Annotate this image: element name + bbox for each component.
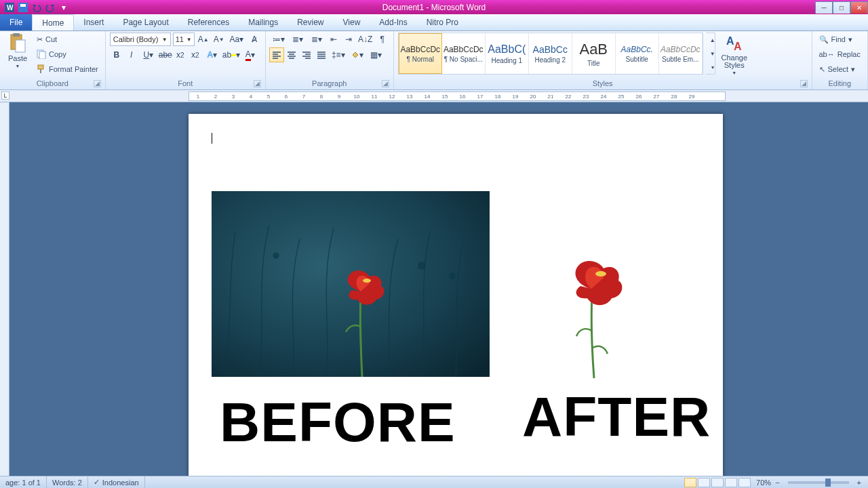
align-left-button[interactable] (270, 48, 283, 62)
view-draft[interactable] (738, 478, 751, 487)
close-button[interactable]: ✕ (850, 1, 868, 14)
zoom-out-button[interactable]: − (772, 479, 782, 487)
bullets-icon: ≔ (273, 35, 281, 44)
tab-selector[interactable]: L (1, 92, 9, 100)
tab-page-layout[interactable]: Page Layout (113, 14, 178, 30)
status-page[interactable]: age: 1 of 1 (0, 476, 47, 488)
align-right-button[interactable] (300, 48, 313, 62)
proofing-icon: ✓ (94, 478, 100, 487)
copy-button[interactable]: Copy (34, 47, 101, 61)
paragraph-dialog-launcher[interactable]: ◢ (382, 80, 389, 87)
font-name-combo[interactable]: Calibri (Body)▼ (110, 33, 171, 46)
tab-references[interactable]: References (178, 14, 239, 30)
style-heading-1[interactable]: AaBbC(Heading 1 (486, 33, 529, 74)
save-icon[interactable] (18, 2, 28, 13)
tab-file[interactable]: File (0, 14, 32, 30)
show-marks-button[interactable]: ¶ (376, 33, 389, 46)
before-image[interactable] (212, 191, 490, 377)
tab-nitro[interactable]: Nitro Pro (417, 14, 468, 30)
qat-more-icon[interactable]: ▾ (58, 2, 69, 13)
styles-dialog-launcher[interactable]: ◢ (800, 80, 808, 87)
style-subtitle[interactable]: AaBbCc.Subtitle (616, 33, 659, 74)
justify-button[interactable] (315, 48, 328, 62)
style-subtle-em-[interactable]: AaBbCcDcSubtle Em... (659, 33, 703, 74)
styles-scroll-up[interactable]: ▲ (706, 33, 719, 47)
maximize-button[interactable]: □ (833, 1, 850, 14)
vertical-ruler[interactable] (0, 102, 9, 476)
view-print-layout[interactable] (684, 478, 696, 487)
font-color-button[interactable]: A▾ (241, 48, 259, 62)
zoom-slider-thumb[interactable] (825, 479, 831, 487)
before-label: BEFORE (220, 390, 456, 454)
change-styles-button[interactable]: AA Change Styles ▼ (718, 33, 751, 75)
paste-button[interactable]: Paste ▼ (4, 33, 31, 68)
superscript-button[interactable]: x2 (189, 48, 202, 62)
status-words[interactable]: Words: 2 (47, 476, 88, 488)
cut-button[interactable]: ✂Cut (34, 33, 101, 46)
style-label: Title (587, 60, 600, 67)
tab-view[interactable]: View (334, 14, 370, 30)
document-page[interactable]: BEFORE AFTER (189, 114, 723, 476)
italic-button[interactable]: I (125, 48, 138, 62)
style-heading-2[interactable]: AaBbCcHeading 2 (529, 33, 572, 74)
find-button[interactable]: 🔍Find ▾ (816, 33, 864, 46)
bold-button[interactable]: B (110, 48, 123, 62)
clipboard-dialog-launcher[interactable]: ◢ (94, 80, 101, 87)
underline-button[interactable]: U▾ (140, 48, 157, 62)
style--normal[interactable]: AaBbCcDc¶ Normal (399, 33, 442, 74)
zoom-value[interactable]: 70% (756, 479, 771, 487)
style--no-spaci-[interactable]: AaBbCcDc¶ No Spaci... (442, 33, 486, 74)
subscript-button[interactable]: x2 (174, 48, 187, 62)
styles-expand[interactable]: ▾ (706, 60, 719, 74)
horizontal-ruler[interactable]: 1234567891011121314151617181920212223242… (189, 92, 726, 101)
shrink-font-button[interactable]: A▼ (212, 33, 226, 46)
style-preview: AaBbCcDc (400, 45, 440, 54)
bullets-button[interactable]: ≔▾ (270, 33, 288, 46)
strikethrough-button[interactable]: abe (159, 48, 172, 62)
minimize-button[interactable]: ─ (815, 1, 833, 14)
status-language[interactable]: ✓Indonesian (88, 476, 145, 488)
grow-font-button[interactable]: A▲ (197, 33, 210, 46)
select-icon: ↖ (819, 65, 825, 74)
select-button[interactable]: ↖Select ▾ (816, 62, 864, 76)
increase-indent-button[interactable]: ⇥ (342, 33, 355, 46)
style-preview: AaBbC( (488, 43, 526, 56)
tab-addins[interactable]: Add-Ins (370, 14, 416, 30)
numbering-button[interactable]: ≣▾ (289, 33, 307, 46)
borders-button[interactable]: ▦▾ (368, 48, 385, 62)
undo-icon[interactable] (31, 2, 42, 13)
word-icon[interactable]: W (4, 2, 15, 13)
zoom-slider[interactable] (788, 481, 849, 484)
tab-insert[interactable]: Insert (74, 14, 113, 30)
find-label: Find (831, 35, 846, 43)
tab-home[interactable]: Home (32, 14, 74, 30)
format-painter-button[interactable]: Format Painter (34, 62, 101, 76)
text-effects-button[interactable]: A▾ (203, 48, 221, 62)
font-dialog-launcher[interactable]: ◢ (254, 80, 261, 87)
shading-button[interactable]: ▾ (349, 48, 366, 62)
line-spacing-button[interactable]: ‡≡▾ (330, 48, 347, 62)
replace-button[interactable]: ab↔Replac (816, 47, 864, 61)
font-size-combo[interactable]: 11▼ (173, 33, 195, 46)
highlight-button[interactable]: ab▾ (222, 48, 240, 62)
view-web-layout[interactable] (711, 478, 724, 487)
group-editing: 🔍Find ▾ ab↔Replac ↖Select ▾ Editing (812, 31, 869, 89)
decrease-indent-button[interactable]: ⇤ (327, 33, 340, 46)
after-image[interactable] (555, 256, 629, 378)
multilevel-list-button[interactable]: ≣▾ (308, 33, 326, 46)
tab-review[interactable]: Review (288, 14, 333, 30)
style-title[interactable]: AaBTitle (572, 33, 616, 74)
title-bar: W ▾ Document1 - Microsoft Word ─ □ ✕ (0, 0, 868, 14)
zoom-in-button[interactable]: + (854, 479, 864, 487)
view-outline[interactable] (725, 478, 737, 487)
svg-rect-3 (20, 4, 26, 7)
change-case-button[interactable]: Aa▾ (228, 33, 245, 46)
redo-icon[interactable] (45, 2, 56, 13)
clear-formatting-button[interactable]: A̷ (248, 33, 261, 46)
align-center-button[interactable] (285, 48, 298, 62)
view-full-screen[interactable] (698, 478, 710, 487)
cut-label: Cut (45, 35, 57, 43)
tab-mailings[interactable]: Mailings (239, 14, 288, 30)
sort-button[interactable]: A↓Z (357, 33, 374, 46)
styles-scroll-down[interactable]: ▼ (706, 47, 719, 60)
